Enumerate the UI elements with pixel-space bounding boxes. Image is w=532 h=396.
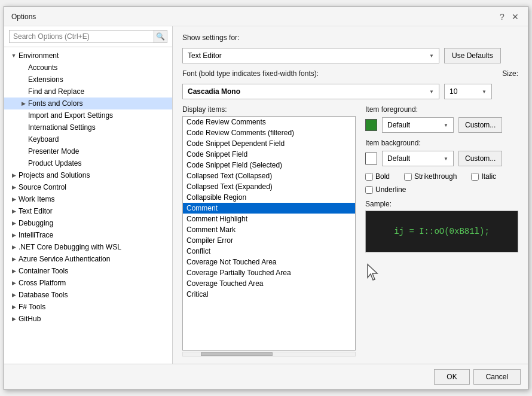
tree-row-github[interactable]: ▶ GitHub (4, 313, 172, 325)
foreground-swatch (365, 119, 377, 131)
strikethrough-checkbox-label[interactable]: Strikethrough (404, 172, 457, 181)
sample-code: ij = I::oO(0xB81l); (394, 227, 490, 236)
list-scrollbar-thumb (201, 352, 273, 356)
background-row: Item background: Default ▼ Custom... (365, 139, 518, 166)
list-item-coverage-partial[interactable]: Coverage Partially Touched Area (183, 267, 355, 278)
tree-label-environment: Environment (19, 51, 59, 60)
use-defaults-button[interactable]: Use Defaults (444, 48, 501, 63)
tree-row-debugging[interactable]: ▶ Debugging (4, 217, 172, 229)
tree-row-azure-auth[interactable]: ▶ Azure Service Authentication (4, 253, 172, 265)
italic-checkbox[interactable] (471, 173, 479, 181)
foreground-label: Item foreground: (365, 105, 518, 114)
tree-row-source-control[interactable]: ▶ Source Control (4, 181, 172, 193)
font-row: Font (bold type indicates fixed-width fo… (182, 69, 518, 78)
background-value: Default (387, 154, 440, 163)
list-item-snippet-dep[interactable]: Code Snippet Dependent Field (183, 138, 355, 149)
close-button[interactable]: ✕ (510, 11, 521, 22)
list-item-comment[interactable]: Comment (183, 203, 355, 214)
background-controls: Default ▼ Custom... (365, 151, 518, 166)
size-label: Size: (502, 69, 518, 78)
font-controls: Cascadia Mono ▼ 10 ▼ (182, 84, 518, 99)
expand-icon-azure-auth: ▶ (9, 254, 19, 264)
list-item-code-review[interactable]: Code Review Comments (183, 117, 355, 127)
tree-row-container-tools[interactable]: ▶ Container Tools (4, 265, 172, 277)
svg-marker-0 (368, 264, 377, 280)
strikethrough-checkbox[interactable] (404, 173, 412, 181)
search-icon[interactable]: 🔍 (154, 30, 167, 43)
expand-icon-text-editor: ▶ (9, 206, 19, 216)
tree-row-environment[interactable]: ▼ Environment (4, 50, 172, 62)
tree-row-projects[interactable]: ▶ Projects and Solutions (4, 169, 172, 181)
list-item-comment-mark[interactable]: Comment Mark (183, 224, 355, 235)
show-settings-dropdown[interactable]: Text Editor ▼ (182, 48, 439, 63)
tree-row-accounts[interactable]: Accounts (4, 62, 172, 74)
expand-icon-accounts (19, 63, 28, 72)
tree-row-import-export[interactable]: Import and Export Settings (4, 109, 172, 121)
tree-label-extensions: Extensions (28, 75, 63, 84)
tree-row-net-core[interactable]: ▶ .NET Core Debugging with WSL (4, 241, 172, 253)
tree-row-fsharp[interactable]: ▶ F# Tools (4, 301, 172, 313)
tree-label-github: GitHub (19, 315, 41, 323)
tree-label-work-items: Work Items (19, 195, 54, 203)
search-input[interactable] (9, 30, 154, 43)
underline-checkbox[interactable] (365, 186, 373, 194)
help-button[interactable]: ? (497, 11, 507, 22)
background-swatch (365, 153, 377, 165)
list-scrollbar[interactable] (182, 352, 356, 357)
bold-checkbox[interactable] (365, 173, 373, 181)
list-item-code-review-filtered[interactable]: Code Review Comments (filtered) (183, 127, 355, 138)
tree-label-fonts-colors: Fonts and Colors (28, 99, 82, 108)
tree-row-keyboard[interactable]: Keyboard (4, 133, 172, 145)
tree-row-product-updates[interactable]: Product Updates (4, 157, 172, 169)
font-dropdown[interactable]: Cascadia Mono ▼ (182, 84, 439, 99)
list-item-comment-highlight[interactable]: Comment Highlight (183, 214, 355, 224)
list-item-snippet-sel[interactable]: Code Snippet Field (Selected) (183, 160, 355, 170)
italic-checkbox-label[interactable]: Italic (471, 172, 496, 181)
tree: ▼ Environment Accounts Extensions Find a… (4, 47, 172, 364)
tree-row-database-tools[interactable]: ▶ Database Tools (4, 289, 172, 301)
show-settings-label: Show settings for: (182, 33, 239, 42)
underline-label: Underline (375, 185, 406, 194)
list-item-collapsed-coll[interactable]: Collapsed Text (Collapsed) (183, 170, 355, 181)
list-item-coverage-touched[interactable]: Coverage Touched Area (183, 278, 355, 289)
tree-label-source-control: Source Control (19, 183, 66, 191)
tree-row-international[interactable]: International Settings (4, 121, 172, 133)
list-item-snippet[interactable]: Code Snippet Field (183, 149, 355, 160)
background-custom-button[interactable]: Custom... (458, 151, 502, 166)
tree-row-presenter[interactable]: Presenter Mode (4, 145, 172, 157)
list-item-critical[interactable]: Critical (183, 289, 355, 300)
tree-row-cross-platform[interactable]: ▶ Cross Platform (4, 277, 172, 289)
ok-button[interactable]: OK (434, 369, 469, 385)
tree-label-fsharp: F# Tools (19, 303, 45, 311)
expand-icon-intellitrace: ▶ (9, 230, 19, 240)
list-item-collapsed-exp[interactable]: Collapsed Text (Expanded) (183, 181, 355, 192)
tree-row-extensions[interactable]: Extensions (4, 74, 172, 86)
list-item-collapsible[interactable]: Collapsible Region (183, 192, 355, 203)
foreground-dropdown[interactable]: Default ▼ (382, 117, 454, 133)
tree-row-text-editor[interactable]: ▶ Text Editor (4, 205, 172, 217)
cursor-icon (365, 263, 380, 281)
size-value: 10 (450, 87, 478, 96)
foreground-custom-button[interactable]: Custom... (458, 117, 502, 133)
expand-icon-net-core: ▶ (9, 242, 19, 252)
size-dropdown[interactable]: 10 ▼ (444, 84, 492, 99)
background-dropdown[interactable]: Default ▼ (382, 151, 454, 166)
expand-icon-debugging: ▶ (9, 218, 19, 228)
background-arrow: ▼ (444, 156, 448, 162)
tree-row-fonts-colors[interactable]: ▶ Fonts and Colors (4, 98, 172, 109)
tree-label-intellitrace: IntelliTrace (19, 231, 53, 239)
tree-row-intellitrace[interactable]: ▶ IntelliTrace (4, 229, 172, 241)
expand-icon-cross-platform: ▶ (9, 278, 19, 288)
list-item-compiler-error[interactable]: Compiler Error (183, 235, 355, 246)
tree-row-find-replace[interactable]: Find and Replace (4, 86, 172, 98)
list-item-coverage-not-touched[interactable]: Coverage Not Touched Area (183, 257, 355, 267)
underline-checkbox-label[interactable]: Underline (365, 185, 406, 194)
tree-label-cross-platform: Cross Platform (19, 279, 66, 287)
display-items-list[interactable]: Code Review Comments Code Review Comment… (182, 116, 356, 351)
right-controls: Item foreground: Default ▼ Custom... (365, 105, 518, 357)
list-item-conflict[interactable]: Conflict (183, 246, 355, 257)
bold-checkbox-label[interactable]: Bold (365, 172, 390, 181)
tree-row-work-items[interactable]: ▶ Work Items (4, 193, 172, 205)
cancel-button[interactable]: Cancel (473, 369, 521, 385)
expand-icon-github: ▶ (9, 314, 19, 324)
